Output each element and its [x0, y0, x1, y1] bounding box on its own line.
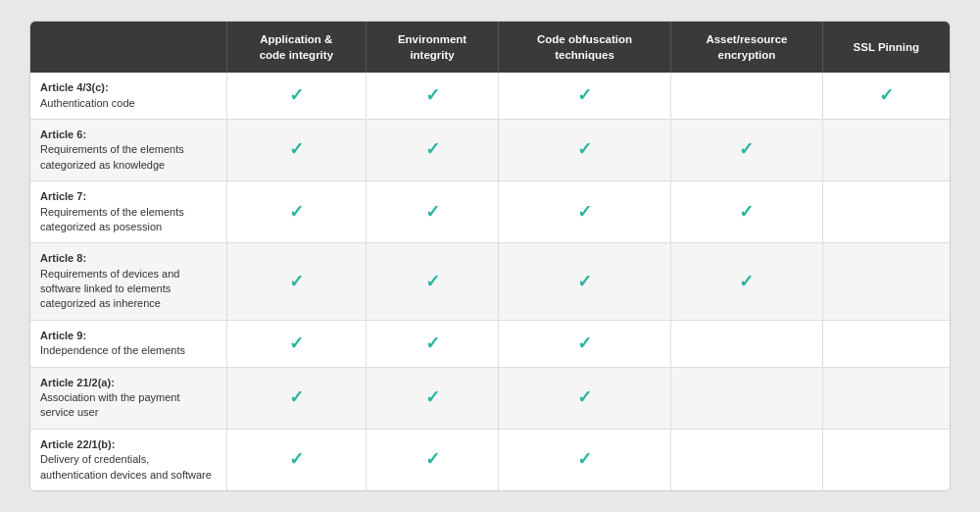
article-desc: Delivery of credentials, authentication …	[40, 453, 212, 480]
article-title: Article 21/2(a):	[40, 377, 115, 388]
check-icon: ✓	[425, 83, 440, 108]
cell-environment_integrity: ✓	[367, 429, 499, 490]
cell-app_code_integrity: ✓	[226, 73, 367, 119]
check-icon: ✓	[289, 447, 304, 472]
cell-code_obfuscation: ✓	[498, 181, 670, 243]
article-title: Article 6:	[40, 128, 86, 140]
check-icon: ✓	[577, 83, 592, 108]
article-cell: Article 6:Requirements of the elements c…	[30, 119, 226, 180]
cell-code_obfuscation: ✓	[498, 320, 670, 367]
article-title: Article 22/1(b):	[40, 438, 115, 450]
check-icon: ✓	[289, 200, 304, 225]
cell-environment_integrity: ✓	[367, 243, 499, 321]
cell-app_code_integrity: ✓	[226, 119, 367, 180]
article-cell: Article 21/2(a):Association with the pay…	[30, 367, 226, 429]
article-title: Article 7:	[40, 190, 86, 202]
table-row: Article 8:Requirements of devices and so…	[30, 243, 950, 321]
article-cell: Article 8:Requirements of devices and so…	[30, 243, 226, 321]
article-cell: Article 7:Requirements of the elements c…	[30, 181, 226, 243]
cell-environment_integrity: ✓	[367, 367, 499, 429]
cell-ssl_pinning: ✓	[822, 73, 950, 119]
table-row: Article 21/2(a):Association with the pay…	[30, 367, 950, 429]
cell-ssl_pinning	[822, 367, 950, 429]
check-icon: ✓	[577, 447, 592, 472]
check-icon: ✓	[289, 385, 304, 410]
cell-environment_integrity: ✓	[367, 119, 499, 180]
check-icon: ✓	[289, 83, 304, 108]
cell-app_code_integrity: ✓	[226, 367, 367, 429]
article-desc: Association with the payment service use…	[40, 391, 179, 418]
comparison-table: Application &code integrity Environmenti…	[29, 21, 951, 491]
table-row: Article 7:Requirements of the elements c…	[30, 181, 950, 243]
cell-environment_integrity: ✓	[367, 181, 499, 243]
cell-code_obfuscation: ✓	[498, 429, 670, 490]
cell-app_code_integrity: ✓	[226, 243, 367, 321]
article-title: Article 9:	[40, 330, 86, 341]
col-header-asset-encryption: Asset/resourceencryption	[671, 22, 823, 73]
check-icon: ✓	[577, 332, 592, 356]
article-cell: Article 9:Independence of the elements	[30, 320, 226, 367]
check-icon: ✓	[739, 200, 754, 225]
cell-ssl_pinning	[822, 181, 950, 243]
check-icon: ✓	[577, 385, 592, 410]
article-title: Article 4/3(c):	[40, 81, 109, 93]
cell-asset_resource_encryption	[671, 367, 823, 429]
check-icon: ✓	[289, 270, 304, 294]
check-icon: ✓	[425, 137, 440, 162]
cell-asset_resource_encryption	[671, 73, 823, 119]
check-icon: ✓	[289, 137, 304, 162]
cell-asset_resource_encryption	[671, 429, 823, 490]
check-icon: ✓	[425, 447, 440, 472]
table-row: Article 22/1(b):Delivery of credentials,…	[30, 429, 950, 490]
article-cell: Article 22/1(b):Delivery of credentials,…	[30, 429, 226, 490]
check-icon: ✓	[425, 332, 440, 356]
cell-code_obfuscation: ✓	[498, 367, 670, 429]
article-title: Article 8:	[40, 252, 86, 264]
article-desc: Independence of the elements	[40, 344, 185, 356]
article-desc: Requirements of devices and software lin…	[40, 268, 179, 310]
cell-asset_resource_encryption: ✓	[671, 181, 823, 243]
cell-asset_resource_encryption: ✓	[671, 119, 823, 180]
check-icon: ✓	[289, 332, 304, 356]
check-icon: ✓	[739, 270, 754, 294]
cell-ssl_pinning	[822, 119, 950, 180]
table-row: Article 4/3(c):Authentication code✓✓✓✓	[30, 73, 950, 119]
check-icon: ✓	[739, 137, 754, 162]
cell-environment_integrity: ✓	[367, 320, 499, 367]
cell-app_code_integrity: ✓	[226, 320, 367, 367]
check-icon: ✓	[577, 270, 592, 294]
article-desc: Authentication code	[40, 97, 135, 109]
col-header-code-obfuscation: Code obfuscationtechniques	[498, 22, 670, 73]
cell-app_code_integrity: ✓	[226, 181, 367, 243]
col-header-article	[30, 22, 226, 73]
article-desc: Requirements of the elements categorized…	[40, 206, 184, 232]
col-header-environment-integrity: Environmentintegrity	[367, 22, 499, 73]
col-header-ssl-pinning: SSL Pinning	[822, 22, 950, 73]
article-desc: Requirements of the elements categorized…	[40, 143, 184, 170]
check-icon: ✓	[879, 83, 894, 108]
cell-ssl_pinning	[822, 429, 950, 490]
table-row: Article 9:Independence of the elements✓✓…	[30, 320, 950, 367]
check-icon: ✓	[577, 200, 592, 225]
cell-ssl_pinning	[822, 320, 950, 367]
cell-code_obfuscation: ✓	[498, 119, 670, 180]
article-cell: Article 4/3(c):Authentication code	[30, 73, 226, 119]
cell-ssl_pinning	[822, 243, 950, 321]
cell-app_code_integrity: ✓	[226, 429, 367, 490]
cell-code_obfuscation: ✓	[498, 73, 670, 119]
cell-code_obfuscation: ✓	[498, 243, 670, 321]
cell-asset_resource_encryption: ✓	[671, 243, 823, 321]
table-header-row: Application &code integrity Environmenti…	[30, 22, 950, 73]
cell-asset_resource_encryption	[671, 320, 823, 367]
table-row: Article 6:Requirements of the elements c…	[30, 119, 950, 180]
check-icon: ✓	[425, 270, 440, 294]
check-icon: ✓	[577, 137, 592, 162]
check-icon: ✓	[425, 385, 440, 410]
check-icon: ✓	[425, 200, 440, 225]
col-header-app-code-integrity: Application &code integrity	[226, 22, 367, 73]
cell-environment_integrity: ✓	[367, 73, 499, 119]
